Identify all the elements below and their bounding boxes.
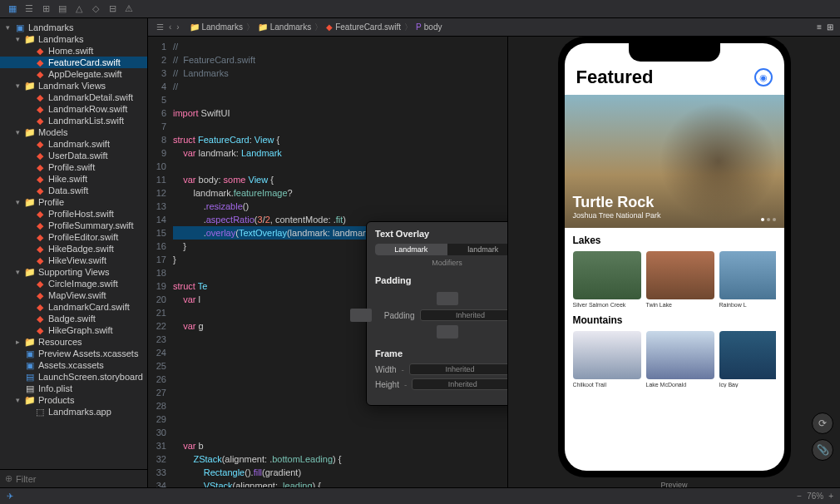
feature-card[interactable]: Turtle Rock Joshua Tree National Park <box>565 95 784 228</box>
tree-item[interactable]: ▾📁Models <box>0 126 147 138</box>
tree-item[interactable]: ▾📁Landmark Views <box>0 80 147 91</box>
nav-icon[interactable]: ▦ <box>7 3 18 15</box>
tree-item[interactable]: ▾📁Products <box>0 394 147 406</box>
lake-card[interactable]: Silver Salmon Creek <box>573 251 641 308</box>
tree-item[interactable]: ◆Landmark.swift <box>0 138 147 150</box>
preview-label: Preview <box>508 477 840 487</box>
compare-icon[interactable]: ≡ <box>817 22 822 32</box>
zoom-in-button[interactable]: + <box>828 492 833 501</box>
run-icon[interactable]: ✈ <box>7 492 13 501</box>
tree-item[interactable]: ◆ProfileSummary.swift <box>0 220 147 231</box>
assistant-icon[interactable]: ⊞ <box>827 22 833 32</box>
zoom-out-button[interactable]: − <box>797 492 802 501</box>
tree-item[interactable]: ◆Badge.swift <box>0 313 147 324</box>
tree-item[interactable]: ▤Info.plist <box>0 383 147 394</box>
tree-item[interactable]: ◆LandmarkCard.swift <box>0 301 147 313</box>
breadcrumb-item[interactable]: P body <box>416 22 442 32</box>
filter-input[interactable] <box>16 474 142 484</box>
tree-item[interactable]: ◆LandmarkDetail.swift <box>0 91 147 103</box>
tree-item[interactable]: ▣Assets.xcassets <box>0 359 147 371</box>
tree-item[interactable]: ▣Preview Assets.xcassets <box>0 348 147 359</box>
filter-bar: ⊕ <box>0 469 147 487</box>
mountain-card[interactable]: Chilkoot Trail <box>573 331 641 388</box>
cube-icon[interactable]: ◇ <box>90 3 101 15</box>
ruler-icon[interactable]: ⊟ <box>106 3 118 15</box>
padding-input[interactable] <box>420 309 508 321</box>
folder-icon[interactable]: ☰ <box>23 3 35 15</box>
tree-item[interactable]: ◆MapView.swift <box>0 289 147 301</box>
titlebar: ▦ ☰ ⊞ ▤ △ ◇ ⊟ ⚠ <box>0 0 840 18</box>
tree-item[interactable]: ◆CircleImage.swift <box>0 278 147 289</box>
doc-icon[interactable]: ▤ <box>57 3 68 15</box>
popover-title: Text Overlay <box>375 229 507 239</box>
bottom-bar: ✈ − 76% + <box>0 487 840 504</box>
width-input[interactable] <box>409 363 507 375</box>
tree-item[interactable]: ▤LaunchScreen.storyboard <box>0 371 147 383</box>
grid-icon[interactable]: ⊞ <box>40 3 52 15</box>
zoom-level: 76% <box>807 492 823 501</box>
height-input[interactable] <box>412 378 507 390</box>
sidebar-toggle-icon[interactable]: ☰ <box>155 22 166 32</box>
mountain-card[interactable]: Icy Bay <box>719 331 776 388</box>
preview-pane: Featured ◉ Turtle Rock Joshua Tree Natio… <box>507 37 840 487</box>
tree-item[interactable]: ▾📁Supporting Views <box>0 266 147 278</box>
landmark-toggle[interactable]: Landmark landmark <box>375 244 507 255</box>
profile-icon[interactable]: ◉ <box>754 68 773 86</box>
tree-item[interactable]: ◆HikeGraph.swift <box>0 324 147 336</box>
forward-icon[interactable]: › <box>175 22 180 32</box>
tree-item[interactable]: ◆ProfileEditor.swift <box>0 231 147 243</box>
tree-item[interactable]: ◆AppDelegate.swift <box>0 68 147 80</box>
tree-item[interactable]: ⬚Landmarks.app <box>0 406 147 418</box>
padding-diagram[interactable]: Padding <box>375 290 507 340</box>
page-title: Featured <box>576 67 654 88</box>
tree-item[interactable]: ▾📁Landmarks <box>0 33 147 45</box>
breadcrumb-item[interactable]: ◆ FeatureCard.swift <box>326 22 401 32</box>
breadcrumb-item[interactable]: 📁 Landmarks <box>258 22 311 32</box>
breadcrumb-item[interactable]: 📁 Landmarks <box>190 22 243 32</box>
tree-item[interactable]: ▾▣Landmarks <box>0 22 147 33</box>
tree-item[interactable]: ◆UserData.swift <box>0 150 147 161</box>
breadcrumb: ☰ ‹ › 📁 Landmarks〉📁 Landmarks〉◆ FeatureC… <box>148 18 840 37</box>
tree-item[interactable]: ◆HikeBadge.swift <box>0 243 147 254</box>
tree-item[interactable]: ◆LandmarkRow.swift <box>0 103 147 115</box>
triangle-icon[interactable]: △ <box>73 3 85 15</box>
warning-icon[interactable]: ⚠ <box>123 3 135 15</box>
tree-item[interactable]: ◆HikeView.swift <box>0 254 147 266</box>
tree-item[interactable]: ◆Profile.swift <box>0 161 147 173</box>
inspector-popover: Text Overlay Landmark landmark Modifiers… <box>366 221 507 406</box>
tree-item[interactable]: ◆ProfileHost.swift <box>0 208 147 220</box>
device-frame: Featured ◉ Turtle Rock Joshua Tree Natio… <box>558 37 791 477</box>
tree-item[interactable]: ◆LandmarkList.swift <box>0 115 147 126</box>
project-navigator: ▾▣Landmarks▾📁Landmarks◆Home.swift◆Featur… <box>0 18 148 487</box>
tree-item[interactable]: ◆Data.swift <box>0 185 147 196</box>
preview-pin-button[interactable]: 📎 <box>812 439 833 461</box>
tree-item[interactable]: ▾📁Profile <box>0 196 147 208</box>
lake-card[interactable]: Twin Lake <box>646 251 714 308</box>
tree-item[interactable]: ◆FeatureCard.swift <box>0 57 147 68</box>
preview-refresh-button[interactable]: ⟳ <box>812 413 833 434</box>
tree-item[interactable]: ▸📁Resources <box>0 336 147 348</box>
filter-icon[interactable]: ⊕ <box>5 473 12 484</box>
lake-card[interactable]: Rainbow L <box>719 251 776 308</box>
tree-item[interactable]: ◆Hike.swift <box>0 173 147 185</box>
back-icon[interactable]: ‹ <box>167 22 173 32</box>
code-editor[interactable]: 1234567891011121314151617181920212223242… <box>148 37 507 487</box>
tree-item[interactable]: ◆Home.swift <box>0 45 147 57</box>
mountain-card[interactable]: Lake McDonald <box>646 331 714 388</box>
